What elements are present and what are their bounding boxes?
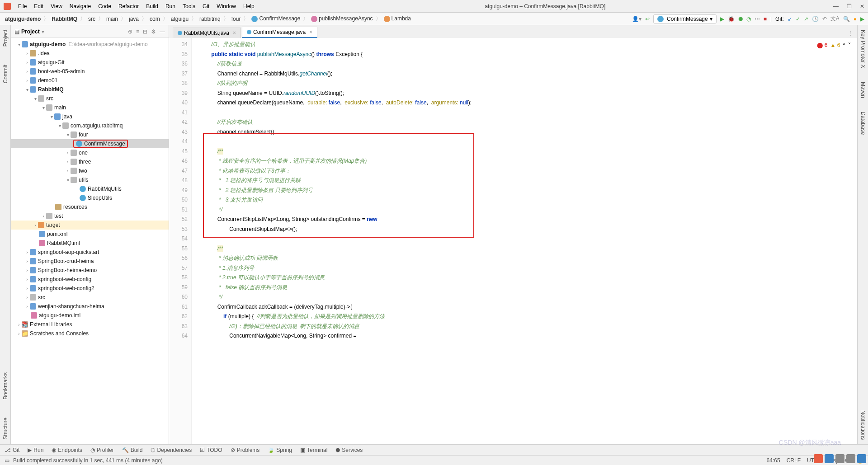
rail-keypromoter[interactable]: Key Promoter X	[860, 30, 866, 68]
tab-menu-icon[interactable]: ⋮	[844, 28, 857, 38]
tab-confirmmessage[interactable]: ConfirmMessage.java×	[242, 27, 317, 38]
debug-icon[interactable]: 🐞	[728, 16, 735, 22]
menu-refactor[interactable]: Refactor	[116, 2, 142, 10]
tray-icon-3[interactable]	[857, 454, 866, 463]
status-build-indicator: ▭	[5, 457, 9, 464]
ide-update-icon[interactable]: ●	[854, 16, 857, 22]
crumb-lambda[interactable]: Lambda	[382, 14, 412, 23]
close-tab-icon[interactable]: ×	[309, 29, 312, 35]
git-history-icon[interactable]: 🕓	[812, 16, 819, 22]
inspection-widget[interactable]: ⬤ 6▲ 6^˅	[817, 41, 851, 51]
rail-bookmarks[interactable]: Bookmarks	[2, 372, 9, 399]
menu-run[interactable]: Run	[163, 2, 178, 10]
project-tree[interactable]: ▾atguigu-demoE:\idea-workspace\atguigu-d…	[11, 38, 169, 444]
sogou-icon[interactable]	[814, 454, 823, 463]
window-title: atguigu-demo – ConfirmMessage.java [Rabb…	[257, 3, 833, 9]
btab-problems[interactable]: ⊘ Problems	[231, 447, 260, 453]
project-panel-header: ▤ Project ▾ ⊕ ≡ ⊟ ⚙ —	[11, 25, 169, 38]
btab-spring[interactable]: 🍃 Spring	[268, 447, 292, 453]
menu-code[interactable]: Code	[95, 2, 114, 10]
close-button[interactable]: ✕	[860, 3, 864, 9]
crumb-rabbitmq[interactable]: rabbitmq	[198, 15, 222, 23]
more-run-icon[interactable]: ⋯	[755, 16, 760, 22]
git-revert-icon[interactable]: ↶	[822, 16, 827, 22]
git-label: Git:	[775, 16, 784, 22]
menu-file[interactable]: File	[15, 2, 29, 10]
translate-icon[interactable]: 文A	[830, 15, 840, 23]
editor-area: RabbitMqUtils.java× ConfirmMessage.java×…	[169, 25, 857, 444]
git-update-icon[interactable]: ↙	[788, 16, 792, 22]
btab-profiler[interactable]: ◔ Profiler	[90, 447, 114, 453]
status-separator[interactable]: CRLF	[787, 457, 801, 464]
main-menu: File Edit View Navigate Code Refactor Bu…	[15, 2, 257, 10]
coverage-icon[interactable]: ⬢	[738, 16, 743, 22]
status-position[interactable]: 64:65	[767, 457, 780, 464]
tab-rabbitmqutils[interactable]: RabbitMqUtils.java×	[173, 28, 241, 38]
close-tab-icon[interactable]: ×	[233, 30, 236, 36]
btab-todo[interactable]: ☑ TODO	[200, 447, 222, 453]
tray-icon-1[interactable]	[835, 454, 844, 463]
tray-icon-2[interactable]	[846, 454, 855, 463]
rail-maven[interactable]: Maven	[860, 82, 866, 98]
minimize-button[interactable]: —	[833, 3, 839, 9]
btab-run[interactable]: ▶ Run	[28, 447, 43, 453]
crumb-class[interactable]: ConfirmMessage	[250, 14, 302, 23]
rail-project[interactable]: Project	[2, 30, 9, 47]
project-dropdown[interactable]: ▾	[42, 28, 44, 35]
crumb-project[interactable]: atguigu-demo	[4, 15, 42, 23]
search-icon[interactable]: 🔍	[843, 16, 850, 22]
run-icon[interactable]: ▶	[720, 16, 724, 22]
left-tool-rail: Project Commit Bookmarks Structure	[0, 25, 11, 444]
menu-help[interactable]: Help	[241, 2, 257, 10]
btab-git[interactable]: ⎇ Git	[5, 447, 19, 453]
run-config-combo[interactable]: ConfirmMessage▾	[653, 14, 717, 23]
menu-navigate[interactable]: Navigate	[67, 2, 94, 10]
collapse-all-icon[interactable]: ⊟	[143, 28, 147, 35]
crumb-java[interactable]: java	[127, 15, 140, 23]
maximize-button[interactable]: ❐	[847, 3, 852, 9]
rail-commit[interactable]: Commit	[2, 65, 9, 83]
btab-endpoints[interactable]: ◉ Endpoints	[52, 447, 82, 453]
crumb-main[interactable]: main	[105, 15, 119, 23]
menu-tools[interactable]: Tools	[180, 2, 198, 10]
titlebar: File Edit View Navigate Code Refactor Bu…	[0, 0, 868, 13]
crumb-atguigu[interactable]: atguigu	[170, 15, 190, 23]
class-icon	[178, 31, 182, 35]
crumb-com[interactable]: com	[148, 15, 161, 23]
select-opened-icon[interactable]: ⊕	[128, 28, 132, 35]
back-icon[interactable]: ↩	[645, 16, 650, 22]
btab-build[interactable]: 🔨 Build	[122, 447, 143, 453]
ime-icon[interactable]	[825, 454, 834, 463]
tree-item-confirm-message[interactable]: ConfirmMessage	[11, 139, 169, 148]
btab-services[interactable]: ⬢ Services	[335, 447, 363, 453]
hide-icon[interactable]: —	[160, 28, 165, 35]
project-panel: ▤ Project ▾ ⊕ ≡ ⊟ ⚙ — ▾atguigu-demoE:\id…	[11, 25, 169, 444]
menu-window[interactable]: Window	[214, 2, 239, 10]
crumb-method[interactable]: publishMessageAsync	[310, 14, 374, 23]
status-message: Build completed successfully in 1 sec, 4…	[13, 457, 163, 464]
btab-terminal[interactable]: ▣ Terminal	[300, 447, 327, 453]
rail-database[interactable]: Database	[860, 112, 866, 135]
menu-view[interactable]: View	[48, 2, 65, 10]
rail-notifications[interactable]: Notifications	[860, 410, 866, 440]
crumb-src[interactable]: src	[87, 15, 97, 23]
user-icon[interactable]: 👤▾	[632, 16, 642, 22]
profile-icon[interactable]: ◔	[746, 16, 751, 22]
app-icon	[4, 3, 11, 10]
line-gutter[interactable]: 3435363738394041424344454647484950515253…	[169, 38, 192, 444]
menu-git[interactable]: Git	[200, 2, 212, 10]
expand-all-icon[interactable]: ≡	[136, 28, 139, 35]
git-commit-icon[interactable]: ✓	[796, 16, 800, 22]
rail-structure[interactable]: Structure	[2, 418, 9, 440]
crumb-four[interactable]: four	[230, 15, 242, 23]
settings-icon[interactable]: ⚙	[151, 28, 156, 35]
git-push-icon[interactable]: ↗	[804, 16, 808, 22]
code-editor[interactable]: ⬤ 6▲ 6^˅ //3、异步批量确认 public static void p…	[192, 38, 857, 444]
menu-build[interactable]: Build	[143, 2, 161, 10]
right-tool-rail: Key Promoter X Maven Database Notificati…	[857, 25, 868, 444]
stop-icon[interactable]: ■	[764, 16, 767, 22]
menu-edit[interactable]: Edit	[31, 2, 46, 10]
crumb-module[interactable]: RabbitMQ	[50, 15, 79, 23]
btab-dependencies[interactable]: ⬡ Dependencies	[151, 447, 192, 453]
run-anything-icon[interactable]: ▶	[860, 16, 864, 22]
